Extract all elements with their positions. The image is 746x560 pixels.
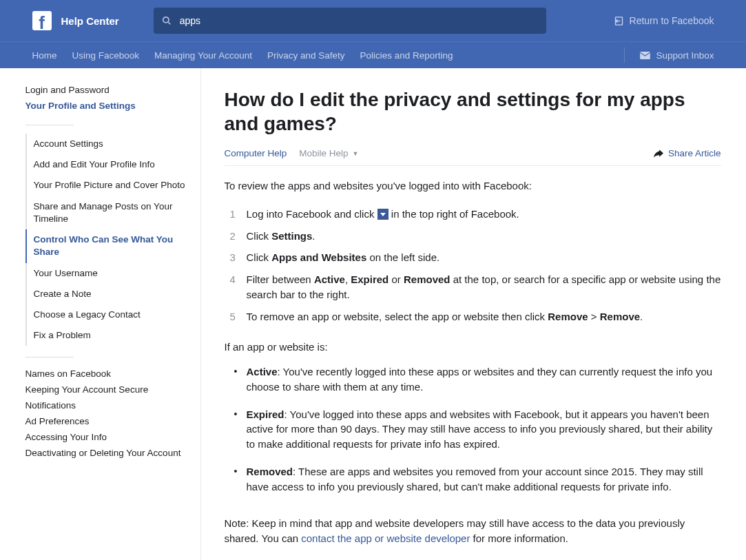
step-5: To remove an app or website, select the … <box>225 306 721 328</box>
sidebar-notifications[interactable]: Notifications <box>25 397 194 413</box>
sidebar-divider <box>25 125 74 125</box>
sidebar-sub-item[interactable]: Choose a Legacy Contact <box>25 304 194 325</box>
sidebar-sub-link[interactable]: Add and Edit Your Profile Info <box>34 158 194 171</box>
sidebar-account-secure[interactable]: Keeping Your Account Secure <box>25 382 194 397</box>
return-to-facebook-link[interactable]: Return to Facebook <box>614 15 714 26</box>
sidebar-login-password[interactable]: Login and Password <box>25 82 194 98</box>
article-content: How do I edit the privacy and settings f… <box>201 68 721 560</box>
sidebar-sub-item[interactable]: Control Who Can See What You Share <box>25 229 194 262</box>
step-3: Click Apps and Websites on the left side… <box>225 247 721 269</box>
nav-home[interactable]: Home <box>32 50 57 61</box>
support-label: Support Inbox <box>656 50 714 61</box>
search-icon <box>162 16 172 25</box>
nav-divider <box>624 48 625 63</box>
sidebar-accessing-info[interactable]: Accessing Your Info <box>25 429 194 445</box>
facebook-logo[interactable]: f <box>32 11 52 30</box>
svg-line-1 <box>167 22 170 25</box>
share-article-link[interactable]: Share Article <box>654 148 721 158</box>
sidebar-sub-link[interactable]: Your Username <box>34 267 194 280</box>
bullet-active: Active: You've recently logged into thes… <box>225 364 721 407</box>
intro-text: To review the apps and websites you've l… <box>225 178 721 194</box>
mid-text: If an app or website is: <box>225 340 721 355</box>
search-container <box>154 8 546 34</box>
return-label: Return to Facebook <box>630 15 714 26</box>
sidebar-sub-link[interactable]: Share and Manage Posts on Your Timeline <box>34 200 194 225</box>
mail-icon <box>640 52 650 59</box>
sidebar-sub-item[interactable]: Your Profile Picture and Cover Photo <box>25 175 194 196</box>
nav-support-inbox[interactable]: Support Inbox <box>640 50 714 61</box>
sidebar-deactivating[interactable]: Deactivating or Deleting Your Account <box>25 445 194 461</box>
bullet-removed: Removed: These are apps and websites you… <box>225 464 721 507</box>
svg-point-0 <box>163 17 168 23</box>
sidebar-sub-link[interactable]: Control Who Can See What You Share <box>34 234 194 258</box>
bullet-expired: Expired: You've logged into these apps a… <box>225 407 721 464</box>
sidebar-sub-link[interactable]: Account Settings <box>34 138 194 150</box>
chevron-down-icon: ▼ <box>353 150 359 157</box>
share-icon <box>654 149 663 158</box>
sidebar-names[interactable]: Names on Facebook <box>25 366 194 382</box>
sidebar-sub-link[interactable]: Fix a Problem <box>34 329 194 342</box>
sidebar-sub-item[interactable]: Add and Edit Your Profile Info <box>25 154 194 175</box>
step-1: Log into Facebook and click in the top r… <box>225 203 721 225</box>
sidebar-sub-link[interactable]: Your Profile Picture and Cover Photo <box>34 179 194 191</box>
sidebar: Login and Password Your Profile and Sett… <box>25 68 201 560</box>
help-center-brand[interactable]: Help Center <box>61 15 119 27</box>
sidebar-sub-item[interactable]: Fix a Problem <box>25 325 194 346</box>
nav-policies-reporting[interactable]: Policies and Reporting <box>360 50 453 61</box>
nav-using-facebook[interactable]: Using Facebook <box>72 50 140 61</box>
tab-mobile-label: Mobile Help <box>299 148 348 158</box>
note-text: Note: Keep in mind that app and website … <box>225 516 721 546</box>
sidebar-sub-link[interactable]: Choose a Legacy Contact <box>34 309 194 321</box>
nav-privacy-safety[interactable]: Privacy and Safety <box>267 50 345 61</box>
contact-developer-link[interactable]: contact the app or website developer <box>301 532 470 544</box>
sidebar-sub-item[interactable]: Create a Note <box>25 284 194 304</box>
sidebar-profile-settings[interactable]: Your Profile and Settings <box>25 98 194 114</box>
step-2: Click Settings. <box>225 225 721 247</box>
sidebar-sub-link[interactable]: Create a Note <box>34 288 194 300</box>
article-title: How do I edit the privacy and settings f… <box>225 87 721 136</box>
search-input[interactable] <box>154 8 546 34</box>
sidebar-sub-item[interactable]: Share and Manage Posts on Your Timeline <box>25 196 194 229</box>
sidebar-divider <box>25 357 74 357</box>
nav-managing-account[interactable]: Managing Your Account <box>154 50 252 61</box>
tab-mobile-help[interactable]: Mobile Help ▼ <box>299 148 358 158</box>
sidebar-sub-item[interactable]: Account Settings <box>25 134 194 154</box>
sidebar-sub-item[interactable]: Your Username <box>25 263 194 284</box>
return-icon <box>614 16 624 26</box>
step-4: Filter between Active, Expired or Remove… <box>225 269 721 306</box>
tab-computer-help[interactable]: Computer Help <box>225 148 287 158</box>
dropdown-caret-icon <box>377 209 388 220</box>
sidebar-ad-preferences[interactable]: Ad Preferences <box>25 413 194 429</box>
share-label: Share Article <box>668 148 721 158</box>
